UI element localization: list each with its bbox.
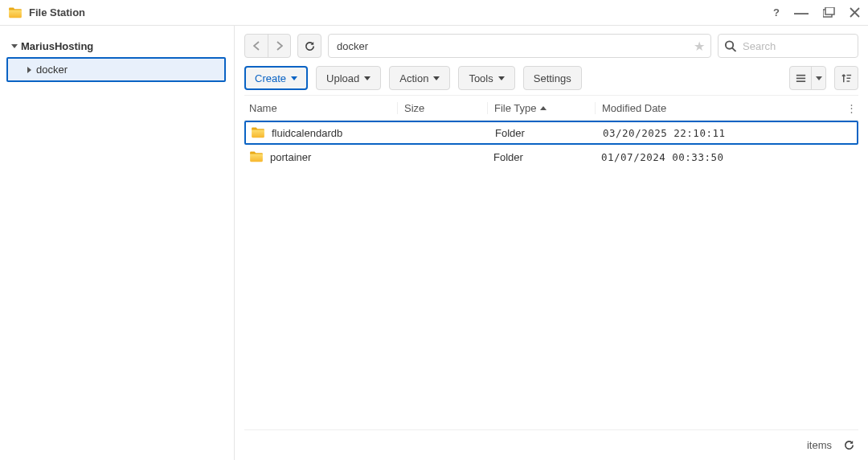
titlebar: File Station ? —	[0, 0, 868, 26]
settings-label: Settings	[534, 72, 571, 84]
minimize-icon[interactable]: —	[794, 10, 809, 16]
items-label: items	[807, 439, 832, 451]
nav-back-button[interactable]	[245, 35, 268, 57]
app-folder-icon	[8, 7, 23, 18]
column-type[interactable]: File Type	[487, 102, 595, 114]
upload-button[interactable]: Upload	[316, 66, 381, 90]
svg-rect-9	[825, 7, 834, 14]
row-name: fluidcalendardb	[272, 127, 342, 139]
table-body: fluidcalendardbFolder03/20/2025 22:10:11…	[244, 121, 858, 169]
table-row[interactable]: fluidcalendardbFolder03/20/2025 22:10:11	[244, 121, 858, 145]
sort-button[interactable]	[834, 66, 858, 90]
column-name[interactable]: Name	[244, 102, 397, 114]
row-type: Folder	[489, 127, 596, 139]
help-icon[interactable]: ?	[773, 6, 780, 18]
row-modified: 03/20/2025 22:10:11	[596, 127, 857, 139]
create-button[interactable]: Create	[244, 66, 308, 90]
chevron-down-icon	[11, 44, 18, 48]
folder-icon	[249, 151, 264, 162]
close-icon[interactable]	[850, 7, 860, 18]
table-row[interactable]: portainerFolder01/07/2024 00:33:50	[244, 145, 858, 169]
column-modified[interactable]: Modified Date	[595, 102, 844, 114]
footer-refresh-button[interactable]	[843, 439, 855, 451]
tools-label: Tools	[469, 72, 493, 84]
app-title: File Station	[29, 6, 773, 18]
view-options-button[interactable]	[811, 67, 825, 89]
nav-forward-button[interactable]	[268, 35, 290, 57]
row-name: portainer	[270, 151, 311, 163]
row-modified: 01/07/2024 00:33:50	[595, 151, 858, 163]
star-icon[interactable]: ★	[694, 39, 705, 54]
chevron-down-icon	[433, 76, 440, 80]
path-input[interactable]	[328, 34, 711, 58]
settings-button[interactable]: Settings	[523, 66, 582, 90]
view-list-button[interactable]	[790, 67, 811, 89]
maximize-icon[interactable]	[823, 7, 835, 18]
chevron-down-icon	[816, 76, 822, 80]
action-label: Action	[399, 72, 428, 84]
row-type: Folder	[487, 151, 595, 163]
table-header: Name Size File Type Modified Date ⋮	[244, 95, 858, 121]
search-input[interactable]	[718, 34, 858, 58]
status-bar: items	[244, 429, 858, 460]
chevron-down-icon	[498, 76, 505, 80]
sidebar-item-label: docker	[36, 64, 68, 76]
chevron-right-icon	[27, 67, 31, 73]
tools-button[interactable]: Tools	[458, 66, 514, 90]
chevron-down-icon	[364, 76, 371, 80]
sidebar: MariusHosting docker	[0, 26, 235, 460]
nav-group	[244, 34, 291, 58]
refresh-button[interactable]	[297, 34, 321, 58]
tree-root-label: MariusHosting	[21, 40, 93, 52]
search-icon	[724, 40, 736, 52]
column-more-icon[interactable]: ⋮	[844, 102, 858, 114]
chevron-down-icon	[291, 76, 297, 80]
tree-root[interactable]: MariusHosting	[6, 35, 226, 57]
create-label: Create	[255, 72, 286, 84]
main-panel: ★ Create Upload Action Tools	[235, 26, 868, 460]
column-size[interactable]: Size	[397, 102, 487, 114]
action-button[interactable]: Action	[389, 66, 450, 90]
sidebar-item-docker[interactable]: docker	[8, 59, 224, 80]
folder-icon	[251, 127, 265, 138]
sort-asc-icon	[540, 106, 547, 110]
upload-label: Upload	[326, 72, 359, 84]
